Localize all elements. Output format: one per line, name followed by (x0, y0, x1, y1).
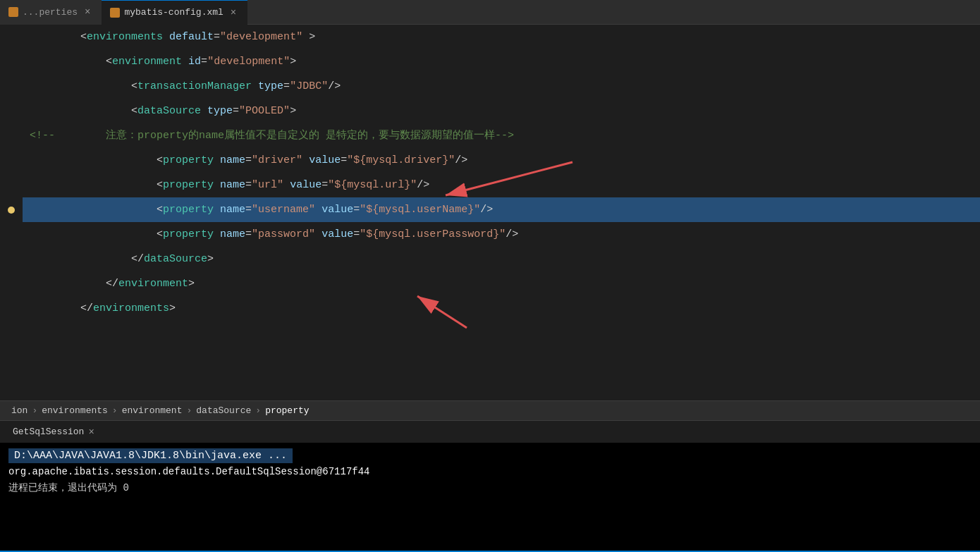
code-line-7: <property name="username" value="${mysql… (23, 197, 980, 222)
code-editor[interactable]: <environments default="development" > <e… (23, 25, 980, 400)
gutter-cell-3 (0, 99, 23, 123)
token-punct: > (188, 278, 195, 290)
token-attr-name: value (321, 228, 353, 240)
token-attr-name: name (220, 154, 245, 166)
token-white (252, 80, 258, 92)
token-white (302, 31, 309, 43)
terminal-container: GetSqlSession × D:\AAA\JAVA\JAVA1.8\JDK1… (0, 420, 980, 551)
token-indent (55, 130, 106, 142)
tab-icon-properties (8, 7, 18, 17)
token-attr-value: "development" (207, 56, 290, 68)
tab-bar: ...perties × mybatis-config.xml × (0, 0, 980, 25)
line-content-0: <environments default="development" > (30, 25, 315, 49)
token-attr-value: "JDBC" (290, 80, 328, 92)
code-line-9: </dataSource> (23, 247, 980, 271)
token-tag-name: dataSource (137, 105, 201, 117)
token-punct: < (157, 179, 163, 191)
token-punct: < (106, 56, 112, 68)
token-attr-name: default (169, 31, 214, 43)
token-attr-name: name (220, 228, 245, 240)
token-white (201, 105, 207, 117)
token-white (302, 154, 309, 166)
tab-close-mybatis[interactable]: × (228, 6, 239, 20)
token-punct: /> (480, 204, 493, 216)
breadcrumb-datasource: dataSource (196, 405, 251, 416)
token-punct: /> (506, 228, 518, 240)
token-punct: /> (455, 154, 467, 166)
tab-properties[interactable]: ...perties × (0, 0, 102, 25)
token-punct: </ (80, 302, 93, 314)
token-punct: = (245, 228, 252, 240)
token-tag-name: environment (118, 278, 188, 290)
terminal-tab-close[interactable]: × (88, 427, 94, 438)
code-line-4: <!-- 注意：property的name属性值不是自定义的 是特定的，要与数据… (23, 123, 980, 148)
token-punct: = (245, 204, 252, 216)
token-punct: = (201, 56, 207, 68)
terminal-command: D:\AAA\JAVA\JAVA1.8\JDK1.8\bin\java.exe … (8, 448, 293, 463)
token-comment: 注意：property的name属性值不是自定义的 是特定的，要与数据源期望的值… (106, 130, 514, 142)
token-white (214, 154, 220, 166)
token-punct: > (207, 253, 214, 265)
line-content-11: </environments> (30, 296, 176, 321)
token-tag-name: property (163, 179, 214, 191)
token-white (214, 179, 220, 191)
token-attr-name: name (220, 204, 245, 216)
tab-mybatis[interactable]: mybatis-config.xml × (102, 0, 247, 25)
left-margin (0, 25, 23, 321)
token-attr-name: value (309, 154, 341, 166)
token-punct: /> (328, 80, 341, 92)
token-attr-value: "${mysql.url}" (328, 179, 417, 191)
token-indent (30, 204, 157, 216)
line-content-6: <property name="url" value="${mysql.url}… (30, 173, 429, 197)
token-attr-value: "POOLED" (239, 105, 290, 117)
line-content-1: <environment id="development"> (30, 49, 296, 74)
token-punct: = (353, 228, 360, 240)
breadcrumb-sep-1: › (32, 405, 37, 416)
terminal-tab-getsqlsession[interactable]: GetSqlSession × (6, 421, 102, 443)
token-white (315, 204, 321, 216)
token-indent (30, 253, 131, 265)
token-attr-value: "development" (220, 31, 302, 43)
breadcrumb-environment: environment (122, 405, 183, 416)
token-attr-name: type (258, 80, 283, 92)
terminal-tab-bar: GetSqlSession × (0, 420, 980, 443)
tab-close-properties[interactable]: × (82, 5, 93, 19)
breadcrumb-property: property (265, 405, 309, 416)
token-punct: = (245, 179, 252, 191)
token-punct: </ (106, 278, 118, 290)
gutter-cell-7 (0, 197, 23, 222)
token-punct: = (353, 204, 360, 216)
gutter-cell-11 (0, 296, 23, 321)
token-tag-name: environments (93, 302, 169, 314)
code-line-2: <transactionManager type="JDBC"/> (23, 74, 980, 99)
gutter-cell-0 (0, 25, 23, 49)
code-line-5: <property name="driver" value="${mysql.d… (23, 148, 980, 173)
token-punct: < (157, 228, 163, 240)
code-line-0: <environments default="development" > (23, 25, 980, 49)
line-content-8: <property name="password" value="${mysql… (30, 222, 518, 247)
code-line-10: </environment> (23, 271, 980, 296)
token-punct: = (233, 105, 239, 117)
token-punct: = (283, 80, 290, 92)
tab-label-properties: ...perties (23, 7, 78, 18)
breadcrumb-environments: environments (42, 405, 108, 416)
line-content-7: <property name="username" value="${mysql… (30, 197, 493, 222)
token-white (283, 179, 290, 191)
token-punct: < (131, 105, 137, 117)
breadcrumb-bar: ion › environments › environment › dataS… (0, 400, 980, 420)
token-punct: = (214, 31, 220, 43)
terminal-content: D:\AAA\JAVA\JAVA1.8\JDK1.8\bin\java.exe … (0, 443, 980, 551)
token-attr-value: "password" (252, 228, 315, 240)
token-white (182, 56, 188, 68)
token-punct: < (157, 154, 163, 166)
token-attr-name: value (321, 204, 353, 216)
token-white (163, 31, 169, 43)
token-tag-name: dataSource (144, 253, 207, 265)
token-punct: /> (417, 179, 429, 191)
code-line-6: <property name="url" value="${mysql.url}… (23, 173, 980, 197)
token-punct: < (80, 31, 87, 43)
token-punct: < (131, 80, 137, 92)
token-punct: > (169, 302, 176, 314)
terminal-tab-label: GetSqlSession (13, 427, 84, 437)
bookmark-dot-7 (8, 207, 15, 214)
